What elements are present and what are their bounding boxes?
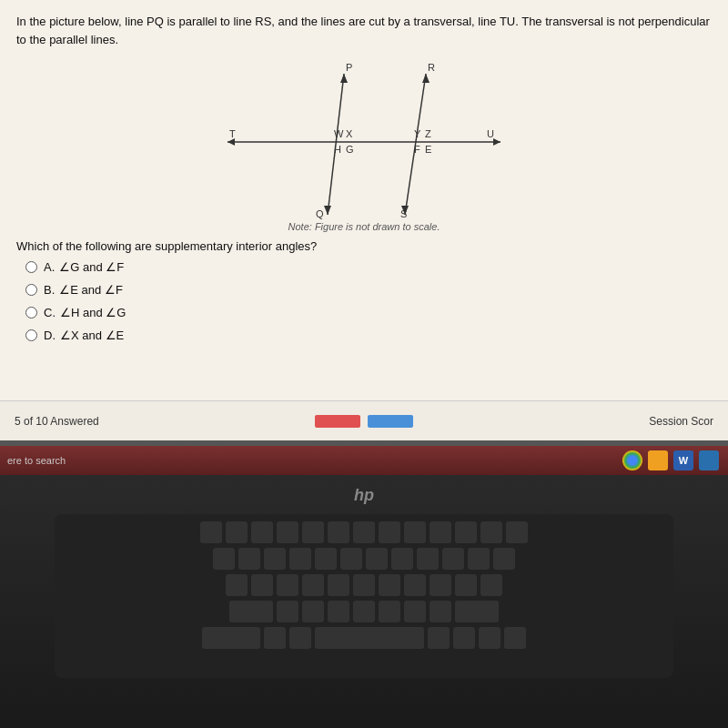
chrome-icon[interactable] [622, 450, 642, 470]
key[interactable] [315, 548, 337, 570]
taskbar-icons: W [613, 450, 728, 470]
radio-a[interactable] [25, 261, 37, 273]
key[interactable] [277, 574, 298, 596]
key[interactable] [404, 601, 426, 622]
key[interactable] [417, 548, 439, 570]
key[interactable] [213, 548, 235, 570]
key[interactable] [238, 548, 260, 570]
key-space[interactable] [315, 627, 424, 649]
key[interactable] [251, 574, 273, 596]
search-area[interactable]: ere to search [0, 455, 613, 466]
key[interactable] [264, 548, 286, 570]
key[interactable] [353, 521, 375, 543]
key[interactable] [506, 521, 528, 543]
radio-d[interactable] [25, 329, 37, 341]
key[interactable] [480, 521, 502, 543]
key-row-3 [62, 574, 666, 596]
option-d-text: ∠X and ∠E [60, 329, 124, 342]
key[interactable] [251, 521, 273, 543]
key[interactable] [353, 601, 375, 622]
key-shift-right[interactable] [455, 601, 499, 622]
svg-text:G: G [346, 144, 354, 155]
key[interactable] [455, 574, 477, 596]
key[interactable] [442, 548, 464, 570]
key-row-2 [62, 548, 666, 570]
option-b-text: ∠E and ∠F [59, 283, 123, 297]
key[interactable] [428, 627, 450, 649]
radio-c[interactable] [25, 307, 37, 318]
options-list: A. ∠G and ∠F B. ∠E and ∠F C. ∠H and ∠G D… [25, 260, 712, 342]
key[interactable] [226, 574, 248, 596]
key[interactable] [289, 627, 311, 649]
word-icon[interactable]: W [673, 450, 693, 470]
key[interactable] [430, 521, 451, 543]
option-d-label: D. [44, 329, 56, 342]
key[interactable] [430, 574, 451, 596]
key[interactable] [493, 548, 515, 570]
key-row-4 [62, 601, 666, 622]
key[interactable] [200, 521, 222, 543]
key[interactable] [353, 574, 375, 596]
option-c-label: C. [44, 306, 56, 319]
session-score: Session Scor [649, 415, 713, 428]
svg-marker-6 [340, 74, 348, 83]
key[interactable] [340, 548, 362, 570]
key[interactable] [302, 601, 324, 622]
key[interactable] [328, 601, 349, 622]
option-a[interactable]: A. ∠G and ∠F [25, 260, 712, 274]
key[interactable] [453, 627, 475, 649]
progress-btn-blue[interactable] [368, 415, 413, 428]
key[interactable] [379, 574, 400, 596]
option-c-text: ∠H and ∠G [60, 306, 126, 319]
key[interactable] [366, 548, 388, 570]
key[interactable] [404, 574, 426, 596]
laptop-body: hp [0, 475, 728, 728]
key[interactable] [328, 574, 349, 596]
svg-marker-7 [324, 206, 331, 215]
answered-count: 5 of 10 Answered [15, 415, 99, 428]
option-b[interactable]: B. ∠E and ∠F [25, 283, 712, 297]
progress-btn-red[interactable] [315, 415, 360, 428]
key[interactable] [480, 574, 502, 596]
key[interactable] [479, 627, 500, 649]
which-question: Which of the following are supplementary… [16, 239, 712, 253]
question-intro: In the picture below, line PQ is paralle… [16, 13, 712, 48]
key[interactable] [430, 601, 451, 622]
key[interactable] [379, 521, 400, 543]
key[interactable] [302, 574, 324, 596]
key[interactable] [379, 601, 400, 622]
key[interactable] [289, 548, 311, 570]
folder-icon[interactable] [648, 450, 668, 470]
key-shift-left[interactable] [229, 601, 273, 622]
bottom-bar: 5 of 10 Answered Session Scor [0, 400, 728, 440]
svg-text:T: T [229, 128, 236, 139]
key[interactable] [504, 627, 526, 649]
svg-text:Y: Y [414, 128, 421, 139]
geometry-diagram: T U P Q W X H G [209, 56, 519, 219]
radio-b[interactable] [25, 284, 37, 296]
svg-text:R: R [428, 62, 435, 73]
svg-text:W: W [334, 128, 344, 139]
key[interactable] [404, 521, 426, 543]
option-c[interactable]: C. ∠H and ∠G [25, 306, 712, 319]
key[interactable] [302, 521, 324, 543]
key[interactable] [468, 548, 490, 570]
svg-marker-2 [493, 138, 500, 146]
blue-taskbar-icon[interactable] [699, 450, 719, 470]
key[interactable] [264, 627, 286, 649]
key-ctrl[interactable] [202, 627, 260, 649]
key[interactable] [277, 521, 298, 543]
option-b-label: B. [44, 283, 55, 297]
option-a-label: A. [44, 260, 55, 274]
option-d[interactable]: D. ∠X and ∠E [25, 329, 712, 342]
question-area: In the picture below, line PQ is paralle… [0, 0, 728, 400]
svg-text:P: P [346, 62, 352, 73]
svg-text:X: X [346, 128, 353, 139]
key[interactable] [391, 548, 413, 570]
svg-text:S: S [400, 208, 407, 219]
svg-text:Q: Q [316, 208, 324, 219]
key[interactable] [328, 521, 349, 543]
key[interactable] [226, 521, 248, 543]
key[interactable] [455, 521, 477, 543]
key[interactable] [277, 601, 298, 622]
